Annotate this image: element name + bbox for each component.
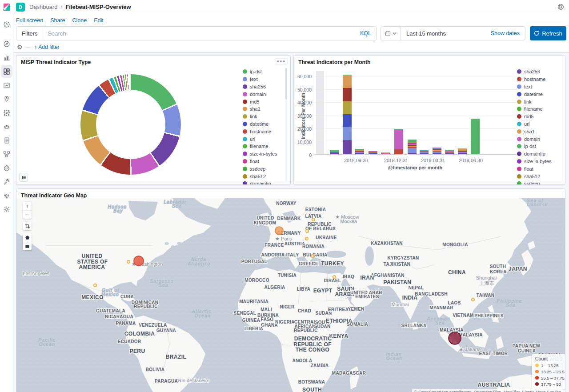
legend-item-domain[interactable]: domain [517,135,565,143]
legend-item-ip-dst[interactable]: ip-dst [243,68,291,76]
map-label-democratic: DEMOCRATIC [294,336,332,342]
legend-item-ip-dst[interactable]: ip-dst [517,143,565,150]
legend-item-float[interactable]: float [517,165,565,172]
bar-2019-06-30[interactable] [458,148,467,154]
draw-polygon-button[interactable] [23,233,32,242]
legend-item-link[interactable]: link [517,98,565,105]
bar-2019-04-30[interactable] [433,148,441,154]
geo-point-cluster[interactable] [134,256,144,266]
legend-item-url[interactable]: url [517,120,565,128]
draw-rectangle-button[interactable] [23,242,32,250]
bar-2019-03-31[interactable] [420,150,429,154]
legend-item-sha256[interactable]: sha256 [243,83,291,91]
bar-2019-01-31[interactable] [394,129,403,154]
toolbar-link-clone[interactable]: Clone [72,17,87,24]
legend-item-link[interactable]: link [243,113,291,120]
sidebar-item-dashboard[interactable] [1,65,12,78]
sidebar-item-machine-learning[interactable] [1,106,12,119]
toolbar-link-full-screen[interactable]: Full screen [16,17,43,24]
legend-item-hostname[interactable]: hostname [517,76,565,83]
legend-item-text[interactable]: text [243,76,291,83]
bar-chart[interactable] [314,72,516,155]
breadcrumb-separator: / [61,4,63,10]
legend-item-md5[interactable]: md5 [243,98,291,105]
legend-item-size-in-bytes[interactable]: size-in-bytes [517,158,565,165]
bar-2019-05-31[interactable] [445,150,454,154]
calendar-dropdown-button[interactable] [381,27,401,40]
refresh-button[interactable]: Refresh [530,26,566,40]
bar-2018-12-31[interactable] [381,152,390,154]
sidebar-item-discover[interactable] [1,37,12,50]
bar-2018-10-31[interactable] [355,149,364,154]
legend-item-size-in-bytes[interactable]: size-in-bytes [243,150,291,158]
geo-point-cluster[interactable] [275,227,283,235]
sidebar-item-logs[interactable] [1,134,12,147]
legend-item-filename[interactable]: filename [517,105,565,113]
legend-item-ssdeep[interactable]: ssdeep [243,165,291,172]
legend-scrollbar[interactable] [285,68,287,181]
world-map[interactable]: HudsonBayLabradorSeaSea ofOkhotskNordaAt… [16,198,565,392]
legend-item-sha1[interactable]: sha1 [517,128,565,135]
zoom-in-button[interactable]: + [23,202,32,210]
crop-tool-button[interactable] [23,222,32,230]
legend-item-text[interactable]: text [517,83,565,91]
geo-point-cluster[interactable] [449,332,461,344]
bar-2018-08-31[interactable] [330,150,339,154]
bar-2019-02-28[interactable] [408,140,417,154]
toolbar-link-edit[interactable]: Edit [94,17,104,24]
donut-chart[interactable] [80,74,181,175]
map-label-egypt: EGYPT [313,288,333,294]
help-icon[interactable] [557,3,565,12]
legend-toggle-button[interactable] [19,173,28,182]
toolbar-link-share[interactable]: Share [50,17,65,24]
add-filter-button[interactable]: + Add filter [34,44,60,50]
breadcrumb-dashboard[interactable]: Dashboard [29,4,58,10]
bar-2018-07-31[interactable] [316,71,324,154]
sidebar-item-recently-viewed[interactable] [1,18,12,31]
legend-dot [243,174,247,179]
legend-item-sha1[interactable]: sha1 [243,105,291,113]
sidebar-item-uptime[interactable] [1,161,12,174]
legend-item-hostname[interactable]: hostname [243,128,291,135]
sidebar-item-visualize[interactable] [1,51,12,64]
map-label-guyana: GUYANA [156,328,176,333]
geo-point-small [472,298,474,301]
legend-item-sha256[interactable]: sha256 [517,68,565,76]
legend-item-domain|ip[interactable]: domain|ip [517,150,565,158]
kibana-logo-icon[interactable] [0,3,13,11]
bar-2019-07-31[interactable] [471,119,480,154]
map-legend-dot [535,376,539,380]
show-dates-button[interactable]: Show dates [491,30,525,36]
legend-item-float[interactable]: float [243,158,291,165]
legend-item-datetime[interactable]: datetime [517,90,565,98]
sidebar-item-apm[interactable] [1,148,12,160]
zoom-out-button[interactable]: − [23,210,32,219]
sidebar-item-maps[interactable] [1,92,12,105]
legend-item-sha512[interactable]: sha512 [243,172,291,180]
sidebar-item-stack-monitoring[interactable] [1,189,12,202]
bar-2018-09-30[interactable] [343,75,352,154]
legend-item-sha512[interactable]: sha512 [517,172,565,180]
legend-item-domain|ip[interactable]: domain|ip [243,180,291,185]
legend-item-filename[interactable]: filename [243,143,291,150]
filters-button[interactable]: Filters [16,27,43,40]
sidebar-item-metrics[interactable] [1,120,12,133]
search-input[interactable] [43,30,355,37]
sidebar-item-dev-tools[interactable] [1,175,12,188]
legend-item-datetime[interactable]: datetime [243,120,291,128]
legend-item-ssdeep[interactable]: ssdeep [517,180,565,185]
sidebar-item-management[interactable] [1,203,12,216]
legend-item-url[interactable]: url [243,135,291,143]
sidebar-item-canvas[interactable] [1,79,12,92]
filter-settings-gear-icon[interactable]: ⚙ [17,44,23,50]
legend-item-domain[interactable]: domain [243,90,291,98]
map-label-zambia: ZAMBIA [311,363,329,368]
kql-button[interactable]: KQL [355,30,377,36]
panel-options-icon[interactable]: ●●● [275,58,288,64]
map-label-rio-de-janeiro: Rio de Janeiro [178,378,210,383]
legend-item-md5[interactable]: md5 [517,113,565,120]
time-range-value[interactable]: Last 15 months [401,30,491,37]
legend-dot [243,159,247,164]
x-tick: 2018-09-30 [344,158,368,163]
bar-2018-11-30[interactable] [369,151,377,154]
